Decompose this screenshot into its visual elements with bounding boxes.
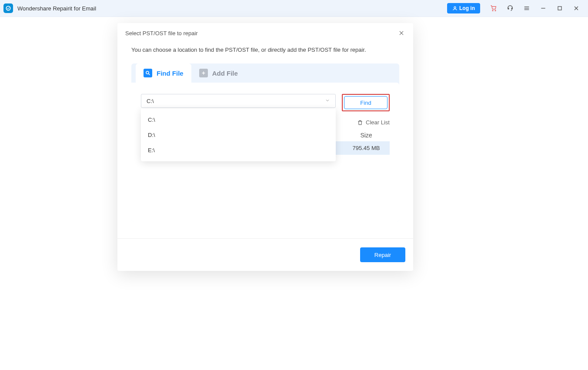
tab-bar: Find File Add File [131,63,399,83]
dialog-body: You can choose a location to find the PS… [117,43,413,235]
panel-inner: C:\ C:\ D:\ E:\ Find [131,83,399,222]
minimize-icon[interactable] [535,0,551,17]
drive-dropdown: C:\ D:\ E:\ [141,109,336,161]
svg-point-13 [146,71,149,74]
svg-point-3 [495,10,496,11]
dialog-footer: Repair [117,238,413,271]
find-button-highlight: Find [342,94,390,111]
svg-rect-8 [558,7,561,10]
support-icon[interactable] [502,0,518,17]
file-panel: Find File Add File C:\ [131,63,399,222]
drive-option-e[interactable]: E:\ [141,143,336,158]
close-dialog-button[interactable] [398,29,405,37]
drive-select-wrap: C:\ C:\ D:\ E:\ [141,94,336,108]
app-logo-icon [3,3,13,13]
app-title: Wondershare Repairit for Email [17,5,447,12]
tab-add-label: Add File [212,70,238,77]
tab-find-file[interactable]: Find File [136,63,191,83]
dialog-intro-text: You can choose a location to find the PS… [131,47,399,53]
select-file-dialog: Select PST/OST file to repair You can ch… [117,23,413,271]
dialog-title: Select PST/OST file to repair [125,30,198,37]
plus-icon [199,69,208,77]
find-button[interactable]: Find [344,96,388,109]
login-label: Log in [459,5,475,11]
cart-icon[interactable] [485,0,502,17]
drive-selected-value: C:\ [147,98,154,104]
repair-button[interactable]: Repair [360,247,405,262]
drive-option-d[interactable]: D:\ [141,127,336,143]
drive-select[interactable]: C:\ [141,94,336,108]
size-column-header: Size [343,129,390,141]
size-cell: 795.45 MB [343,141,390,155]
clear-list-label: Clear List [366,119,390,126]
svg-point-1 [454,7,456,8]
svg-line-14 [149,74,150,75]
dialog-header: Select PST/OST file to repair [117,23,413,43]
menu-icon[interactable] [518,0,535,17]
drive-row: C:\ C:\ D:\ E:\ Find [141,94,390,111]
trash-icon [357,120,363,126]
tab-find-label: Find File [157,70,184,77]
tab-add-file[interactable]: Add File [191,63,246,83]
svg-point-2 [492,10,493,11]
chevron-down-icon [325,98,330,104]
login-button[interactable]: Log in [447,3,480,13]
title-bar: Wondershare Repairit for Email Log in [0,0,588,17]
svg-point-0 [6,6,10,10]
clear-list-button[interactable]: Clear List [357,119,390,126]
search-icon [144,69,152,77]
maximize-icon[interactable] [551,0,568,17]
drive-option-c[interactable]: C:\ [141,112,336,127]
close-window-icon[interactable] [568,0,585,17]
